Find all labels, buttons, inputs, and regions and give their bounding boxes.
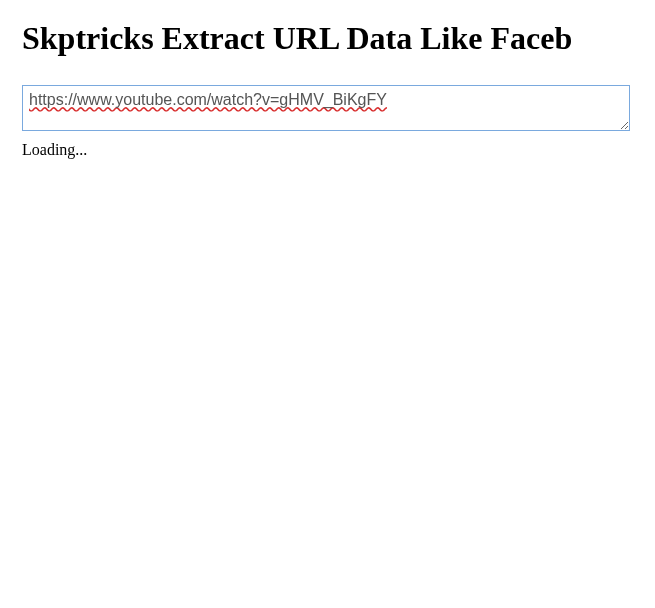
page-title: Skptricks Extract URL Data Like Faceb <box>22 20 633 57</box>
url-input-container <box>22 85 630 135</box>
status-text: Loading... <box>22 141 633 159</box>
url-input[interactable] <box>22 85 630 131</box>
